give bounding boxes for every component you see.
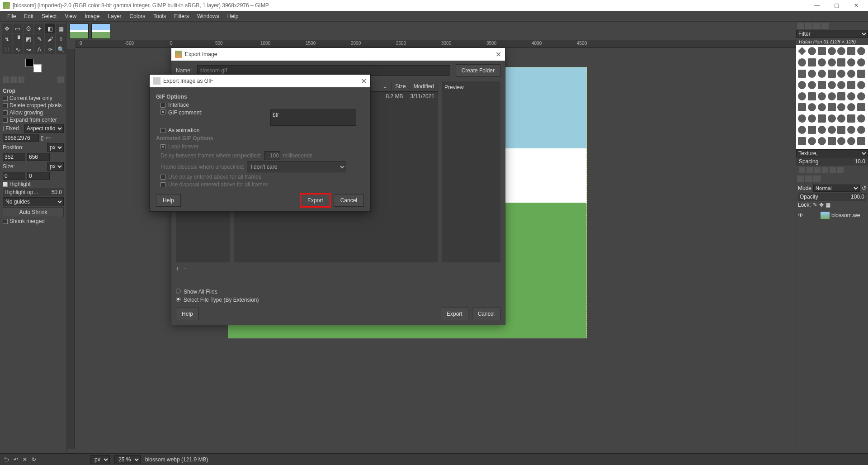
down-arrow-icon[interactable]: ⌄ bbox=[379, 81, 392, 91]
bg-color[interactable] bbox=[33, 64, 42, 72]
status-icon-3[interactable]: ✕ bbox=[23, 456, 27, 463]
tab-fonts[interactable] bbox=[813, 23, 821, 29]
lock-pixels-icon[interactable]: ✎ bbox=[813, 202, 817, 208]
landscape-icon[interactable]: ▭ bbox=[46, 135, 51, 141]
fg-bg-colors[interactable] bbox=[25, 59, 42, 72]
menu-help[interactable]: Help bbox=[224, 12, 242, 20]
tab-paths[interactable] bbox=[813, 176, 821, 182]
crop-tool[interactable]: ◧ bbox=[45, 24, 55, 33]
tab-tool-options[interactable] bbox=[3, 76, 9, 83]
col-size[interactable]: Size bbox=[392, 81, 410, 91]
opacity-value[interactable]: 100.0 bbox=[851, 194, 864, 200]
menu-filters[interactable]: Filters bbox=[170, 12, 193, 20]
rect-select-tool[interactable]: ▭ bbox=[13, 24, 23, 33]
show-all-files[interactable]: Show All Files bbox=[176, 289, 259, 295]
lasso-tool[interactable]: ʘ bbox=[24, 24, 33, 33]
gif-dialog-close[interactable]: ✕ bbox=[361, 77, 367, 85]
move-tool[interactable]: ✥ bbox=[2, 24, 12, 33]
gradient-tool[interactable]: ◩ bbox=[24, 34, 33, 44]
lock-pos-icon[interactable]: ✥ bbox=[819, 202, 824, 208]
chk-allow-growing[interactable] bbox=[3, 110, 8, 115]
filter-select[interactable]: Filter bbox=[796, 30, 868, 38]
guides-select[interactable]: No guides bbox=[3, 197, 64, 206]
warp-tool[interactable]: ↯ bbox=[2, 34, 12, 44]
delete-brush-icon[interactable] bbox=[822, 167, 828, 173]
status-icon-4[interactable]: ↻ bbox=[32, 456, 36, 463]
mode-select[interactable]: Normal bbox=[813, 185, 860, 192]
menu-windows[interactable]: Windows bbox=[193, 12, 223, 20]
pos-y[interactable] bbox=[27, 153, 50, 161]
menu-view[interactable]: View bbox=[61, 12, 80, 20]
zoom-tool[interactable]: 🔍 bbox=[56, 44, 66, 54]
chk-highlight[interactable] bbox=[3, 182, 8, 187]
fixed-mode-select[interactable]: Aspect ratio bbox=[24, 124, 64, 133]
refresh-brush-icon[interactable] bbox=[830, 167, 836, 173]
size-unit[interactable]: px bbox=[47, 162, 64, 171]
menu-layer[interactable]: Layer bbox=[104, 12, 125, 20]
col-modified[interactable]: Modified bbox=[410, 81, 438, 91]
gif-comment-input[interactable]: btr bbox=[270, 109, 356, 126]
close-button[interactable]: ✕ bbox=[847, 2, 865, 9]
ratio-input[interactable] bbox=[3, 134, 39, 142]
auto-shrink-button[interactable]: Auto Shrink bbox=[3, 207, 64, 217]
export-dialog-close[interactable]: ✕ bbox=[495, 50, 501, 59]
gif-cancel-button[interactable]: Cancel bbox=[334, 194, 364, 207]
bucket-tool[interactable]: ▝ bbox=[13, 34, 23, 44]
tab-brushes[interactable] bbox=[797, 23, 804, 29]
tab-images[interactable] bbox=[18, 76, 24, 83]
menu-file[interactable]: File bbox=[4, 12, 19, 20]
brush-grid[interactable] bbox=[796, 45, 868, 149]
gif-export-button[interactable]: Export bbox=[301, 194, 330, 207]
picker-tool[interactable]: ✑ bbox=[45, 44, 55, 54]
maximize-button[interactable]: ▢ bbox=[828, 2, 846, 9]
size-w[interactable] bbox=[3, 172, 25, 180]
chk-gif-comment[interactable] bbox=[160, 109, 165, 114]
status-icon-1[interactable]: ⮌ bbox=[4, 456, 9, 463]
pos-x[interactable] bbox=[3, 153, 25, 161]
places-add-remove[interactable]: + − bbox=[176, 265, 187, 272]
visibility-icon[interactable]: 👁 bbox=[798, 212, 803, 218]
menu-edit[interactable]: Edit bbox=[20, 12, 37, 20]
spacing-value[interactable]: 10.0 bbox=[855, 158, 865, 165]
text-tool[interactable]: A bbox=[34, 44, 44, 54]
size-h[interactable] bbox=[27, 172, 50, 180]
new-brush-icon[interactable] bbox=[807, 167, 813, 173]
export-do-button[interactable]: Export bbox=[441, 308, 468, 320]
export-dialog-titlebar[interactable]: Export Image ✕ bbox=[171, 48, 505, 61]
minimize-button[interactable]: — bbox=[808, 2, 826, 9]
tab-layers[interactable] bbox=[797, 176, 804, 182]
menu-colors[interactable]: Colors bbox=[126, 12, 149, 20]
clone-tool[interactable]: ⸬ bbox=[2, 44, 12, 54]
status-icon-2[interactable]: ↶ bbox=[14, 456, 18, 463]
create-folder-button[interactable]: Create Folder bbox=[456, 64, 500, 77]
brush-tool[interactable]: 🖌 bbox=[45, 34, 55, 44]
chk-interlace[interactable] bbox=[160, 103, 165, 108]
mode-reset-icon[interactable]: ↺ bbox=[862, 185, 866, 191]
gif-dialog-titlebar[interactable]: Export Image as GIF ✕ bbox=[150, 75, 370, 87]
status-zoom[interactable]: 25 % bbox=[114, 455, 141, 464]
dup-brush-icon[interactable] bbox=[814, 167, 821, 173]
image-tab-1[interactable] bbox=[70, 24, 89, 39]
tab-device[interactable] bbox=[10, 76, 17, 83]
menu-image[interactable]: Image bbox=[81, 12, 103, 20]
pencil-tool[interactable]: ✎ bbox=[34, 34, 44, 44]
tab-channels[interactable] bbox=[805, 176, 812, 182]
chk-as-animation[interactable] bbox=[160, 128, 165, 133]
chk-current-layer[interactable] bbox=[3, 96, 8, 101]
layer-thumb[interactable] bbox=[821, 212, 830, 219]
export-cancel-button[interactable]: Cancel bbox=[472, 308, 500, 320]
smudge-tool[interactable]: ∿ bbox=[13, 44, 23, 54]
chk-shrink-merged[interactable] bbox=[3, 219, 8, 224]
menu-select[interactable]: Select bbox=[38, 12, 60, 20]
open-brush-icon[interactable] bbox=[837, 167, 844, 173]
menu-tools[interactable]: Tools bbox=[150, 12, 170, 20]
image-tab-2[interactable] bbox=[91, 24, 110, 39]
eraser-tool[interactable]: ◊ bbox=[56, 34, 66, 44]
chk-fixed[interactable] bbox=[3, 126, 4, 131]
tab-history[interactable] bbox=[821, 23, 829, 29]
texture-select[interactable]: Texture, bbox=[796, 149, 868, 157]
fg-color[interactable] bbox=[25, 59, 33, 67]
gif-help-button[interactable]: Help bbox=[156, 194, 181, 207]
edit-brush-icon[interactable] bbox=[799, 167, 805, 173]
chk-delete-cropped[interactable] bbox=[3, 103, 8, 108]
